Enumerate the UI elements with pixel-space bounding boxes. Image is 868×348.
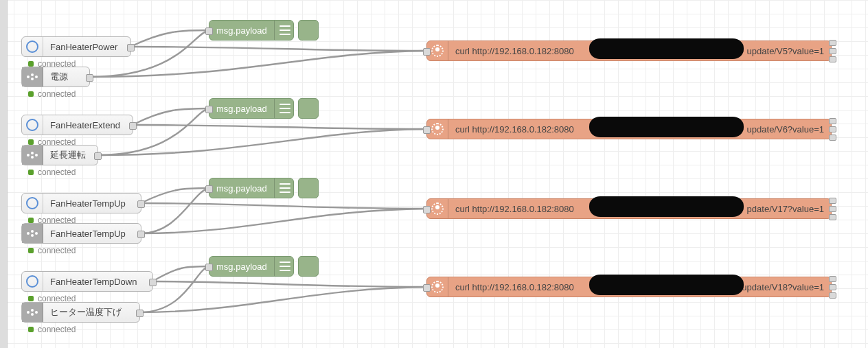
input-node-power-jp[interactable]: 電源 xyxy=(21,67,90,87)
list-icon xyxy=(274,257,295,276)
redacted-region xyxy=(589,196,744,217)
node-label: 電源 xyxy=(43,71,75,83)
output-port[interactable] xyxy=(129,122,137,130)
assistant-icon xyxy=(22,146,43,165)
debug-node[interactable]: msg.payload xyxy=(209,98,294,119)
input-node-fanheatertempup-b[interactable]: FanHeaterTempUp xyxy=(21,223,141,244)
status-text: connected xyxy=(38,89,76,99)
exec-label-suffix: update/V6?value=1 xyxy=(740,124,831,135)
ring-icon xyxy=(22,37,43,56)
input-node-fanheatertempup-a[interactable]: FanHeaterTempUp xyxy=(21,193,141,213)
output-ports[interactable] xyxy=(829,40,835,62)
output-port[interactable] xyxy=(137,200,145,208)
list-icon xyxy=(274,99,295,118)
debug-toggle-button[interactable] xyxy=(298,98,319,119)
debug-node[interactable]: msg.payload xyxy=(209,20,294,40)
node-label: FanHeaterTempUp xyxy=(43,229,133,239)
list-icon xyxy=(274,21,295,40)
node-label: FanHeaterTempDown xyxy=(43,277,144,287)
redacted-region xyxy=(589,117,744,137)
input-node-fanheaterpower[interactable]: FanHeaterPower xyxy=(21,36,131,57)
status-led xyxy=(28,91,34,97)
input-port[interactable] xyxy=(423,284,431,292)
output-ports[interactable] xyxy=(829,198,835,220)
output-port[interactable] xyxy=(86,74,93,82)
exec-label-prefix: curl http://192.168.0.182:8080 xyxy=(448,46,581,56)
status: connected xyxy=(28,246,76,255)
input-node-fanheatertempdown[interactable]: FanHeaterTempDown xyxy=(21,271,153,292)
output-port[interactable] xyxy=(127,44,135,51)
ring-icon xyxy=(22,115,43,135)
output-port[interactable] xyxy=(136,310,144,317)
node-label: FanHeaterExtend xyxy=(43,120,127,130)
exec-label-suffix: update/V5?value=1 xyxy=(740,46,831,56)
debug-node[interactable]: msg.payload xyxy=(209,178,294,198)
assistant-icon xyxy=(22,303,43,322)
exec-label-prefix: curl http://192.168.0.182:8080 xyxy=(448,124,581,135)
status: connected xyxy=(28,325,76,334)
redacted-region xyxy=(589,275,744,295)
input-port[interactable] xyxy=(205,264,213,271)
left-gutter xyxy=(0,0,8,348)
debug-label: msg.payload xyxy=(209,104,274,114)
input-port[interactable] xyxy=(205,185,213,193)
input-node-extend-jp[interactable]: 延長運転 xyxy=(21,145,98,165)
ring-icon xyxy=(22,272,43,291)
redacted-region xyxy=(589,38,744,59)
output-port[interactable] xyxy=(149,279,157,286)
status: connected xyxy=(28,89,76,99)
debug-label: msg.payload xyxy=(209,262,274,272)
assistant-icon xyxy=(22,67,43,86)
node-label: 延長運転 xyxy=(43,149,93,161)
status-led xyxy=(28,61,34,67)
output-port[interactable] xyxy=(137,231,145,238)
node-label: FanHeaterTempUp xyxy=(43,198,133,209)
list-icon xyxy=(274,178,295,198)
input-port[interactable] xyxy=(423,126,431,134)
exec-label-suffix: update/V18?value=1 xyxy=(735,282,831,292)
debug-toggle-button[interactable] xyxy=(298,178,319,198)
exec-label-prefix: curl http://192.168.0.182:8080 xyxy=(448,204,581,214)
debug-toggle-button[interactable] xyxy=(298,256,319,277)
status: connected xyxy=(28,167,76,177)
input-port[interactable] xyxy=(205,27,213,35)
debug-node[interactable]: msg.payload xyxy=(209,256,294,277)
input-node-tempdown-jp[interactable]: ヒーター温度下げ xyxy=(21,302,140,323)
input-port[interactable] xyxy=(423,48,431,56)
debug-label: msg.payload xyxy=(209,183,274,194)
input-port[interactable] xyxy=(205,106,213,113)
input-node-fanheaterextend[interactable]: FanHeaterExtend xyxy=(21,115,133,135)
debug-label: msg.payload xyxy=(209,25,274,36)
output-port[interactable] xyxy=(94,152,102,160)
node-label: FanHeaterPower xyxy=(43,42,124,52)
exec-label-prefix: curl http://192.168.0.182:8080 xyxy=(448,282,581,292)
ring-icon xyxy=(22,194,43,213)
output-ports[interactable] xyxy=(829,118,835,141)
input-port[interactable] xyxy=(423,206,431,213)
node-red-canvas[interactable]: msg.payload FanHeaterPower connected 電源 … xyxy=(0,0,868,348)
exec-label-suffix: pdate/V17?value=1 xyxy=(740,204,831,214)
assistant-icon xyxy=(22,224,43,243)
output-ports[interactable] xyxy=(829,276,835,299)
debug-toggle-button[interactable] xyxy=(298,20,319,40)
node-label: ヒーター温度下げ xyxy=(43,306,128,318)
